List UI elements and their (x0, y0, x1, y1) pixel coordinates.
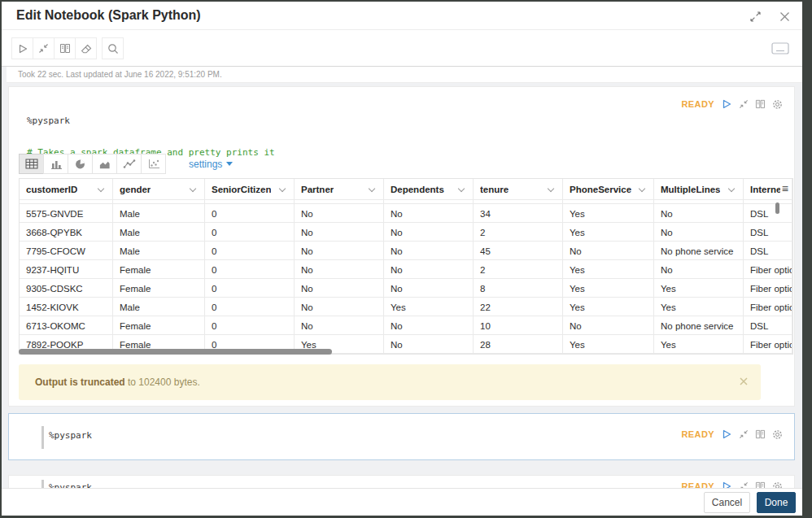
table-cell: Yes (563, 204, 654, 223)
collapse-all-button[interactable] (33, 37, 55, 59)
column-header[interactable]: customerID (20, 179, 113, 200)
notebook-toolbar (2, 30, 802, 67)
settings-dropdown[interactable]: settings (189, 159, 233, 170)
collapse-cell-icon[interactable] (739, 429, 749, 439)
run-cell-icon[interactable] (721, 98, 732, 110)
chevron-down-icon[interactable] (190, 185, 196, 191)
table-cell: No (384, 223, 474, 242)
table-cell: Yes (654, 279, 744, 298)
table-cell: Yes (563, 260, 654, 279)
column-header[interactable]: PhoneService (563, 179, 654, 200)
table-row: 1452-KIOVKMale0NoYes22YesYesFiber optic (20, 298, 792, 316)
paragraph-status-line: Took 22 sec. Last updated at June 16 202… (7, 67, 802, 83)
done-button[interactable]: Done (757, 492, 796, 513)
line-chart-button[interactable] (116, 154, 142, 174)
expand-icon[interactable] (749, 10, 762, 23)
area-chart-button[interactable] (92, 154, 117, 174)
collapse-cell-icon[interactable] (739, 481, 749, 488)
table-header-row: customerIDgenderSeniorCitizenPartnerDepe… (20, 179, 792, 200)
vertical-scrollbar[interactable] (775, 202, 779, 214)
table-body: 5575-GNVDEMale0NoNo34YesNoDSL3668-QPYBKM… (20, 200, 792, 354)
column-header[interactable]: Partner (295, 179, 384, 200)
table-cell: 34 (474, 204, 563, 223)
search-button[interactable] (102, 37, 124, 59)
table-cell: 0 (205, 204, 295, 223)
table-cell: No (384, 316, 474, 335)
table-cell: 5575-GNVDE (20, 204, 113, 223)
bar-chart-button[interactable] (43, 154, 68, 174)
table-cell: Female (113, 279, 205, 298)
column-header[interactable]: MultipleLines (654, 179, 744, 200)
column-menu-icon[interactable]: ≡ (780, 182, 788, 196)
table-cell: DSL (744, 204, 792, 223)
table-cell: No (295, 298, 384, 316)
paragraph-cell-1: %pyspark # Takes a spark dataframe and p… (8, 86, 795, 407)
table-row: 9305-CDSKCFemale0NoNo8YesYesFiber optic (20, 279, 792, 298)
chevron-down-icon[interactable] (548, 185, 554, 191)
cell-settings-gear-icon[interactable] (772, 429, 783, 440)
status-badge: READY (681, 429, 714, 439)
run-all-button[interactable] (11, 37, 33, 59)
table-cell: Yes (563, 335, 654, 354)
show-code-button[interactable] (54, 37, 76, 59)
table-row: 7795-CFOCWMale0NoNo45NoNo phone serviceD… (20, 242, 792, 260)
table-cell: Yes (563, 279, 654, 298)
table-cell: 3668-QPYBK (20, 223, 113, 242)
table-cell: DSL (744, 242, 792, 260)
show-editor-icon[interactable] (755, 481, 766, 488)
column-header[interactable]: SeniorCitizen (205, 179, 295, 200)
table-cell: Fiber optic (744, 298, 792, 316)
paragraph-cell-2[interactable]: %pyspark READY (8, 413, 795, 460)
truncation-warning-banner: Output is truncated to 102400 bytes. (19, 364, 761, 400)
horizontal-scrollbar[interactable] (19, 349, 332, 355)
chevron-down-icon[interactable] (279, 185, 286, 191)
table-cell: No (563, 316, 654, 335)
dialog-footer: Cancel Done (2, 488, 802, 516)
table-cell: 0 (205, 242, 295, 260)
scatter-chart-button[interactable] (141, 154, 166, 174)
column-header[interactable]: Dependents (384, 179, 474, 200)
clear-output-button[interactable] (75, 37, 97, 59)
dialog-title: Edit Notebook (Spark Python) (16, 2, 201, 29)
run-cell-icon[interactable] (721, 429, 732, 440)
table-cell: Female (113, 316, 205, 335)
chevron-down-icon[interactable] (639, 185, 645, 191)
table-cell: No (654, 223, 744, 242)
show-editor-icon[interactable] (755, 99, 766, 109)
keyboard-shortcuts-icon[interactable] (771, 42, 789, 58)
column-header-label: customerID (26, 185, 77, 194)
cell-settings-gear-icon[interactable] (772, 99, 783, 110)
table-cell: No phone service (654, 316, 744, 335)
table-row: 3668-QPYBKMale0NoNo2YesNoDSL (20, 223, 792, 242)
table-cell: 9305-CDSKC (20, 279, 113, 298)
column-header-label: PhoneService (570, 185, 631, 194)
chevron-down-icon[interactable] (728, 185, 735, 191)
table-cell: No (295, 279, 384, 298)
table-cell: Fiber optic (744, 335, 792, 354)
banner-close-icon[interactable] (740, 377, 748, 385)
chevron-down-icon[interactable] (458, 185, 465, 191)
table-cell: No (654, 204, 744, 223)
visualization-toolbar: settings (19, 154, 233, 174)
cell-settings-gear-icon[interactable] (772, 481, 783, 489)
close-icon[interactable] (778, 10, 791, 23)
show-editor-icon[interactable] (755, 429, 766, 439)
result-table: customerIDgenderSeniorCitizenPartnerDepe… (19, 178, 793, 355)
run-cell-icon[interactable] (721, 481, 732, 488)
table-cell: No (654, 260, 744, 279)
pie-chart-button[interactable] (68, 154, 93, 174)
code-editor[interactable]: %pyspark (49, 430, 92, 441)
cancel-button[interactable]: Cancel (704, 492, 750, 513)
table-cell: No (384, 242, 474, 260)
paragraph-cell-3[interactable]: %pyspark READY (8, 475, 795, 488)
table-view-button[interactable] (19, 154, 44, 174)
column-header[interactable]: tenure (474, 179, 563, 200)
column-header[interactable]: InternetService≡ (744, 179, 792, 200)
table-cell: Yes (563, 223, 654, 242)
notebook-scroll-area[interactable]: Took 22 sec. Last updated at June 16 202… (2, 67, 802, 488)
code-editor[interactable]: %pyspark (49, 482, 92, 488)
collapse-cell-icon[interactable] (739, 99, 749, 109)
chevron-down-icon[interactable] (369, 185, 375, 191)
chevron-down-icon[interactable] (98, 185, 104, 191)
column-header[interactable]: gender (113, 179, 205, 200)
